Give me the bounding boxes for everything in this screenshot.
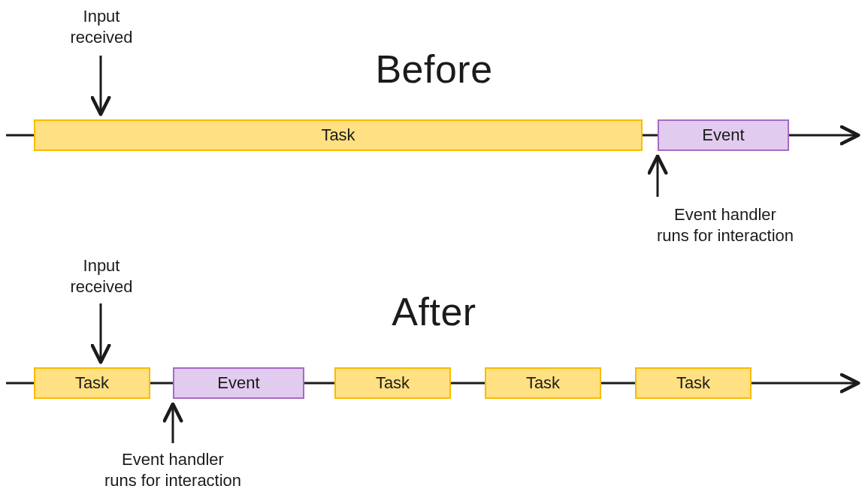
after-task-block-2: Task bbox=[334, 367, 451, 399]
title-before: Before bbox=[0, 47, 868, 92]
before-task-block: Task bbox=[34, 119, 643, 151]
diagram-stage: Before After Input received Event handle… bbox=[0, 0, 868, 486]
annotation-event-handler-after: Event handler runs for interaction bbox=[71, 449, 274, 486]
annotation-event-handler-before: Event handler runs for interaction bbox=[586, 204, 864, 246]
after-task-block-4: Task bbox=[635, 367, 752, 399]
before-event-block: Event bbox=[658, 119, 789, 151]
after-task-block-1: Task bbox=[34, 367, 150, 399]
after-event-block: Event bbox=[173, 367, 304, 399]
annotation-input-received-before: Input received bbox=[53, 6, 150, 47]
annotation-input-received-after: Input received bbox=[53, 255, 150, 297]
after-task-block-3: Task bbox=[485, 367, 601, 399]
